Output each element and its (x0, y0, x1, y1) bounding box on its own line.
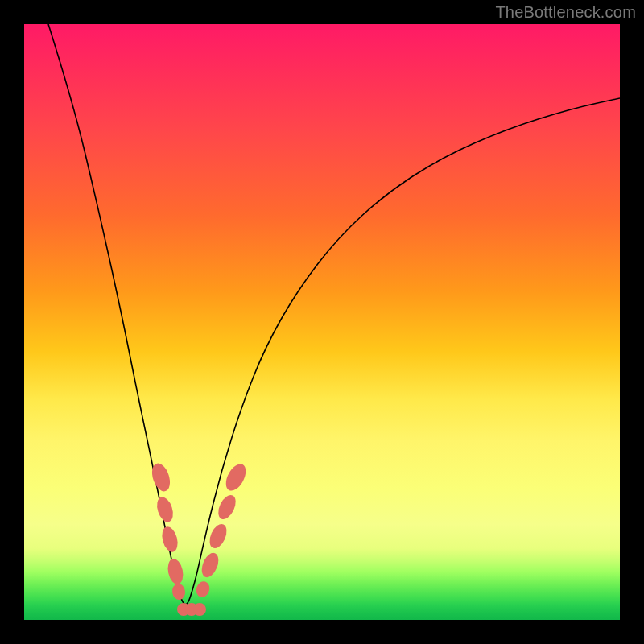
markers-group (149, 460, 250, 616)
data-marker (166, 557, 185, 585)
watermark-text: TheBottleneck.com (495, 3, 636, 22)
data-marker (222, 460, 250, 493)
data-marker (154, 495, 175, 524)
data-marker (159, 525, 180, 554)
data-marker (199, 551, 222, 580)
plot-area (24, 24, 620, 620)
chart-frame: TheBottleneck.com (0, 0, 644, 644)
data-marker (193, 603, 206, 616)
data-marker (206, 522, 229, 551)
data-marker (215, 493, 239, 522)
data-marker (194, 580, 211, 599)
data-marker (149, 461, 173, 493)
markers-layer (24, 24, 620, 620)
data-marker (171, 583, 187, 601)
